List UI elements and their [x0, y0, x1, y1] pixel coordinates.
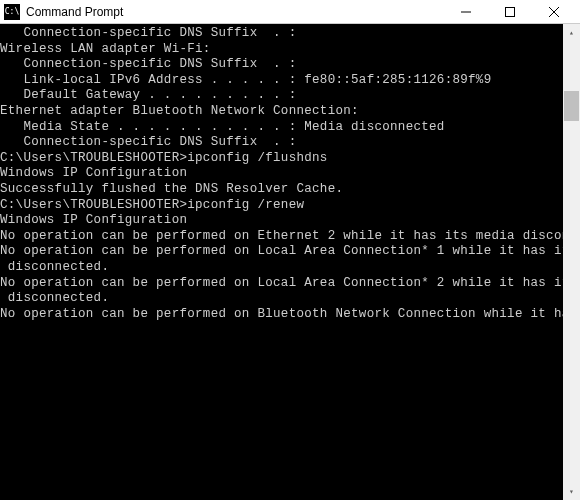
- maximize-icon: [505, 7, 515, 17]
- terminal-line: Default Gateway . . . . . . . . . :: [0, 88, 563, 104]
- minimize-icon: [461, 7, 471, 17]
- terminal-line: C:\Users\TROUBLESHOOTER>ipconfig /flushd…: [0, 151, 563, 167]
- maximize-button[interactable]: [488, 0, 532, 24]
- scroll-up-button[interactable]: ▴: [563, 24, 580, 41]
- app-icon: C:\: [4, 4, 20, 20]
- terminal-output[interactable]: Connection-specific DNS Suffix . :Wirele…: [0, 24, 563, 500]
- terminal-line: Media State . . . . . . . . . . . : Medi…: [0, 120, 563, 136]
- scroll-track[interactable]: [563, 41, 580, 483]
- scrollbar[interactable]: ▴ ▾: [563, 24, 580, 500]
- chevron-up-icon: ▴: [569, 28, 574, 37]
- terminal-line: No operation can be performed on Local A…: [0, 276, 563, 292]
- terminal-line: Wireless LAN adapter Wi-Fi:: [0, 42, 563, 58]
- window-title: Command Prompt: [26, 5, 444, 19]
- titlebar: C:\ Command Prompt: [0, 0, 580, 24]
- scroll-down-button[interactable]: ▾: [563, 483, 580, 500]
- terminal-line: No operation can be performed on Local A…: [0, 244, 563, 260]
- minimize-button[interactable]: [444, 0, 488, 24]
- terminal-line: C:\Users\TROUBLESHOOTER>ipconfig /renew: [0, 198, 563, 214]
- terminal-line: disconnected.: [0, 260, 563, 276]
- terminal-area: Connection-specific DNS Suffix . :Wirele…: [0, 24, 580, 500]
- terminal-line: Connection-specific DNS Suffix . :: [0, 57, 563, 73]
- terminal-line: Successfully flushed the DNS Resolver Ca…: [0, 182, 563, 198]
- chevron-down-icon: ▾: [569, 487, 574, 496]
- window-controls: [444, 0, 576, 24]
- terminal-line: Link-local IPv6 Address . . . . . : fe80…: [0, 73, 563, 89]
- terminal-line: Ethernet adapter Bluetooth Network Conne…: [0, 104, 563, 120]
- terminal-line: disconnected.: [0, 291, 563, 307]
- scroll-thumb[interactable]: [564, 91, 579, 121]
- close-button[interactable]: [532, 0, 576, 24]
- terminal-line: Windows IP Configuration: [0, 166, 563, 182]
- terminal-line: Windows IP Configuration: [0, 213, 563, 229]
- svg-rect-1: [506, 7, 515, 16]
- close-icon: [549, 7, 559, 17]
- terminal-line: Connection-specific DNS Suffix . :: [0, 135, 563, 151]
- terminal-line: No operation can be performed on Etherne…: [0, 229, 563, 245]
- terminal-line: Connection-specific DNS Suffix . :: [0, 26, 563, 42]
- terminal-line: No operation can be performed on Bluetoo…: [0, 307, 563, 323]
